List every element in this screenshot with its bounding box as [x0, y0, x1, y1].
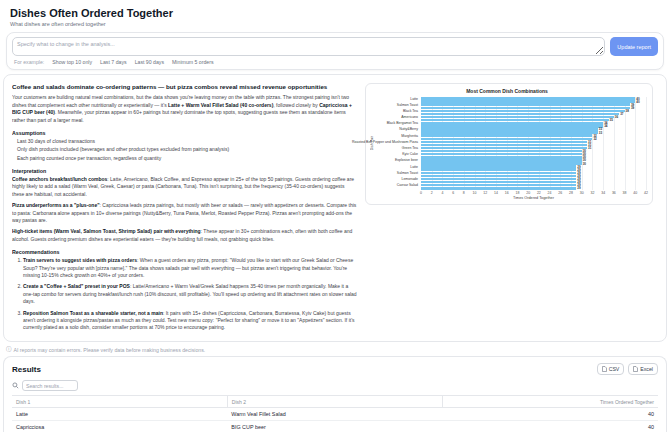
chart-x-axis: 024681012141618202224262830323436384042 — [421, 190, 646, 196]
chart-xtick-label: 20 — [526, 191, 530, 195]
chart-plot-area: 4040393938373635343433333232313131303030… — [421, 97, 646, 190]
table-cell: 40 — [443, 421, 658, 432]
analysis-prompt-input[interactable] — [12, 37, 605, 56]
chart-xtick-label: 36 — [612, 191, 616, 195]
recommendation-item: Train servers to suggest sides with pizz… — [23, 257, 357, 279]
interpretation-paragraph: Coffee anchors breakfast/lunch combos: L… — [12, 176, 357, 198]
results-column-header[interactable]: Dish 2 — [227, 396, 442, 408]
bold-text: Create a "Coffee + Salad" preset in your… — [23, 283, 130, 289]
text: , followed closely by — [273, 102, 319, 108]
chart-xtick-label: 32 — [590, 191, 594, 195]
section-heading: Recommendations — [12, 249, 357, 255]
disclaimer-text: AI reports may contain errors. Please ve… — [14, 347, 206, 353]
update-report-button[interactable]: Update report — [610, 37, 658, 56]
report-text-column: Coffee and salads dominate co-ordering p… — [12, 83, 357, 333]
bold-text: Coffee anchors breakfast/lunch combos — [12, 176, 107, 182]
example-chip[interactable]: Show top 10 only — [52, 59, 92, 65]
chart-x-axis-label: Times Ordered Together — [421, 196, 646, 200]
file-icon — [633, 366, 638, 372]
recommendations-list: Train servers to suggest sides with pizz… — [23, 257, 357, 332]
page-subtitle: What dishes are often ordered together — [10, 21, 660, 27]
results-column-header[interactable]: Times Ordered Together — [443, 396, 658, 408]
example-chip[interactable]: Last 90 days — [135, 59, 164, 65]
table-cell: Latte — [12, 408, 227, 421]
chart-xtick-label: 40 — [633, 191, 637, 195]
table-row: LatteWarm Veal Fillet Salad40 — [12, 408, 658, 421]
prompt-card: Update report For example: Show top 10 o… — [6, 32, 664, 70]
chart-xtick-label: 30 — [580, 191, 584, 195]
chart-xtick-label: 4 — [441, 191, 443, 195]
export-csv-button[interactable]: CSV — [597, 363, 625, 375]
example-chip[interactable]: Minimum 5 orders — [172, 59, 214, 65]
chart-xtick-label: 28 — [569, 191, 573, 195]
bold-text: Latte + Warm Veal Fillet Salad (40 co-or… — [168, 102, 273, 108]
example-chips: Show top 10 onlyLast 7 daysLast 90 daysM… — [52, 59, 213, 65]
recommendation-item: Create a "Coffee + Salad" preset in your… — [23, 283, 357, 305]
report-intro: Your customers are building natural meal… — [12, 94, 357, 124]
export-excel-button[interactable]: Excel — [628, 363, 658, 375]
chart-xtick-label: 6 — [452, 191, 454, 195]
text: Each pairing counted once per transactio… — [17, 155, 161, 161]
ai-disclaimer: ⓘ AI reports may contain errors. Please … — [6, 346, 664, 353]
assumption-item: Each pairing counted once per transactio… — [17, 155, 357, 162]
assumption-item: Only dish products included (beverages a… — [17, 146, 357, 153]
table-cell: 40 — [443, 408, 658, 421]
bold-text: Reposition Salmon Toast as a shareable s… — [23, 310, 163, 316]
chart-xtick-label: 16 — [505, 191, 509, 195]
examples-label: For example: — [14, 59, 44, 65]
chart-ytick-row — [375, 187, 421, 190]
table-cell: BIG CUP beer — [227, 421, 442, 432]
results-table: Dish 1Dish 2Times Ordered Together Latte… — [12, 395, 658, 432]
chart-title: Most Common Dish Combinations — [368, 88, 646, 94]
chart-y-tick-labels: LatteSalmon ToastBlack TeaAmericanoBlack… — [375, 97, 421, 190]
results-header-row: Dish 1Dish 2Times Ordered Together — [12, 396, 658, 408]
table-row: CapricciosaBIG CUP beer40 — [12, 421, 658, 432]
results-search-input[interactable] — [22, 380, 78, 391]
report-card: Coffee and salads dominate co-ordering p… — [3, 74, 667, 342]
recommendation-item: Reposition Salmon Toast as a shareable s… — [23, 310, 357, 332]
bold-text: Pizza underperforms as a "plus-one" — [12, 202, 100, 208]
example-chip[interactable]: Last 7 days — [100, 59, 127, 65]
chart-xtick-label: 24 — [548, 191, 552, 195]
chart-xtick-label: 10 — [473, 191, 477, 195]
chart-xtick-label: 2 — [431, 191, 433, 195]
bold-text: High-ticket items (Warm Veal, Salmon Toa… — [12, 228, 201, 234]
page-header: Dishes Often Ordered Together What dishe… — [0, 0, 670, 29]
table-cell: Warm Veal Fillet Salad — [227, 408, 442, 421]
table-cell: Capricciosa — [12, 421, 227, 432]
text: Only dish products included (beverages a… — [17, 146, 229, 152]
search-icon — [12, 382, 19, 389]
chart-card: Most Common Dish Combinations Dish Pair … — [365, 83, 653, 205]
interpretation-paragraph: Pizza underperforms as a "plus-one": Cap… — [12, 202, 357, 224]
chart-bars: 4040393938373635343433333232313131303030… — [421, 97, 646, 190]
report-sections: AssumptionsLast 30 days of closed transa… — [12, 130, 357, 332]
bold-text: Train servers to suggest sides with pizz… — [23, 257, 137, 263]
chart-xtick-label: 12 — [483, 191, 487, 195]
report-headline: Coffee and salads dominate co-ordering p… — [12, 83, 357, 91]
results-card: Results CSV Excel Dish 1Dish 2Times Orde… — [3, 356, 667, 432]
chart-xtick-label: 34 — [601, 191, 605, 195]
chart-xtick-label: 26 — [558, 191, 562, 195]
text: . Meanwhile, your pizzas appear in 60+ p… — [12, 109, 346, 122]
results-heading: Results — [12, 365, 41, 374]
chart-xtick-label: 22 — [537, 191, 541, 195]
chart-xtick-label: 14 — [494, 191, 498, 195]
section-heading: Interpretation — [12, 168, 357, 174]
text: Last 30 days of closed transactions — [17, 138, 95, 144]
interpretation-paragraph: High-ticket items (Warm Veal, Salmon Toa… — [12, 228, 357, 243]
page-title: Dishes Often Ordered Together — [10, 7, 660, 19]
chart-xtick-label: 18 — [515, 191, 519, 195]
chart-xtick-label: 8 — [463, 191, 465, 195]
chart-gridline — [646, 97, 647, 190]
file-icon — [602, 366, 607, 372]
chart-xtick-label: 38 — [623, 191, 627, 195]
section-heading: Assumptions — [12, 130, 357, 136]
chart-xtick-label: 0 — [420, 191, 422, 195]
chart-xtick-label: 42 — [644, 191, 648, 195]
assumption-item: Last 30 days of closed transactions — [17, 138, 357, 145]
info-icon: ⓘ — [6, 346, 12, 353]
results-column-header[interactable]: Dish 1 — [12, 396, 227, 408]
